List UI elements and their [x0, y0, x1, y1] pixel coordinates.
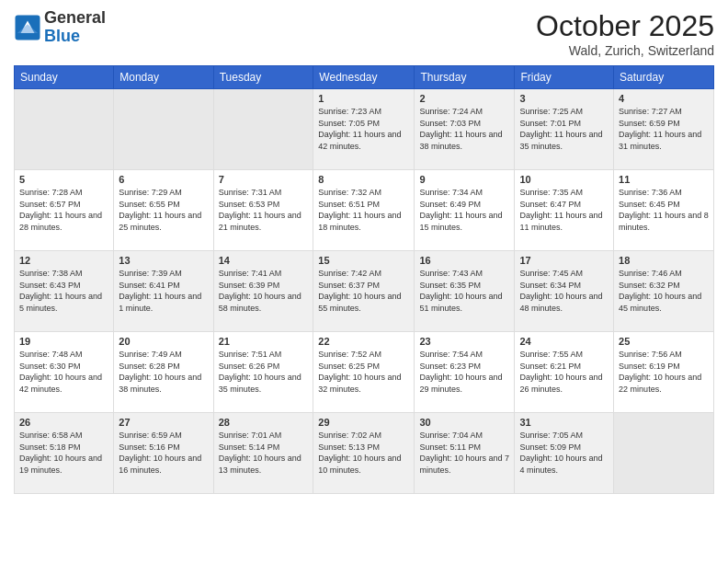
day-number: 20	[119, 336, 208, 347]
title-section: October 2025 Wald, Zurich, Switzerland	[536, 9, 714, 58]
calendar-cell: 31Sunrise: 7:05 AMSunset: 5:09 PMDayligh…	[515, 413, 614, 494]
day-number: 19	[19, 336, 108, 347]
day-info: Sunrise: 6:58 AMSunset: 5:18 PMDaylight:…	[19, 430, 108, 476]
calendar-cell: 19Sunrise: 7:48 AMSunset: 6:30 PMDayligh…	[15, 332, 114, 413]
day-number: 21	[219, 336, 309, 347]
day-info: Sunrise: 7:42 AMSunset: 6:37 PMDaylight:…	[318, 268, 409, 314]
location: Wald, Zurich, Switzerland	[536, 43, 714, 58]
day-number: 12	[19, 255, 108, 266]
day-info: Sunrise: 7:27 AMSunset: 6:59 PMDaylight:…	[619, 106, 709, 152]
calendar-cell: 9Sunrise: 7:34 AMSunset: 6:49 PMDaylight…	[415, 170, 515, 251]
day-info: Sunrise: 7:38 AMSunset: 6:43 PMDaylight:…	[19, 268, 108, 314]
calendar-cell	[213, 89, 313, 170]
day-number: 24	[519, 336, 609, 347]
calendar-cell: 10Sunrise: 7:35 AMSunset: 6:47 PMDayligh…	[515, 170, 614, 251]
col-tuesday: Tuesday	[213, 66, 313, 89]
calendar-cell: 23Sunrise: 7:54 AMSunset: 6:23 PMDayligh…	[415, 332, 515, 413]
day-number: 30	[419, 417, 509, 428]
day-info: Sunrise: 7:49 AMSunset: 6:28 PMDaylight:…	[119, 349, 208, 395]
day-number: 26	[19, 417, 108, 428]
day-number: 2	[419, 93, 509, 104]
calendar-cell: 6Sunrise: 7:29 AMSunset: 6:55 PMDaylight…	[114, 170, 213, 251]
calendar-cell: 18Sunrise: 7:46 AMSunset: 6:32 PMDayligh…	[614, 251, 714, 332]
col-friday: Friday	[515, 66, 614, 89]
calendar-cell: 7Sunrise: 7:31 AMSunset: 6:53 PMDaylight…	[213, 170, 313, 251]
day-info: Sunrise: 7:55 AMSunset: 6:21 PMDaylight:…	[519, 349, 609, 395]
day-number: 31	[519, 417, 609, 428]
day-number: 1	[318, 93, 409, 104]
logo-blue-text: Blue	[44, 27, 80, 45]
calendar-week-2: 5Sunrise: 7:28 AMSunset: 6:57 PMDaylight…	[15, 170, 714, 251]
calendar-week-3: 12Sunrise: 7:38 AMSunset: 6:43 PMDayligh…	[15, 251, 714, 332]
calendar-cell: 14Sunrise: 7:41 AMSunset: 6:39 PMDayligh…	[213, 251, 313, 332]
logo-general-text: General	[44, 8, 106, 27]
calendar-cell: 17Sunrise: 7:45 AMSunset: 6:34 PMDayligh…	[515, 251, 614, 332]
day-number: 17	[519, 255, 609, 266]
calendar-cell: 12Sunrise: 7:38 AMSunset: 6:43 PMDayligh…	[15, 251, 114, 332]
col-sunday: Sunday	[15, 66, 114, 89]
day-number: 29	[318, 417, 409, 428]
day-number: 25	[619, 336, 709, 347]
logo-icon	[14, 14, 41, 41]
day-info: Sunrise: 7:29 AMSunset: 6:55 PMDaylight:…	[119, 187, 208, 233]
calendar-cell: 30Sunrise: 7:04 AMSunset: 5:11 PMDayligh…	[415, 413, 515, 494]
day-info: Sunrise: 7:04 AMSunset: 5:11 PMDaylight:…	[419, 430, 509, 476]
calendar-header-row: Sunday Monday Tuesday Wednesday Thursday…	[15, 66, 714, 89]
day-info: Sunrise: 7:32 AMSunset: 6:51 PMDaylight:…	[318, 187, 409, 233]
day-number: 9	[419, 174, 509, 185]
col-monday: Monday	[114, 66, 213, 89]
day-number: 27	[119, 417, 208, 428]
calendar-cell: 26Sunrise: 6:58 AMSunset: 5:18 PMDayligh…	[15, 413, 114, 494]
day-info: Sunrise: 7:46 AMSunset: 6:32 PMDaylight:…	[619, 268, 709, 314]
calendar-cell: 2Sunrise: 7:24 AMSunset: 7:03 PMDaylight…	[415, 89, 515, 170]
calendar-cell: 8Sunrise: 7:32 AMSunset: 6:51 PMDaylight…	[313, 170, 415, 251]
day-info: Sunrise: 7:31 AMSunset: 6:53 PMDaylight:…	[219, 187, 309, 233]
month-title: October 2025	[536, 9, 714, 43]
calendar-cell: 15Sunrise: 7:42 AMSunset: 6:37 PMDayligh…	[313, 251, 415, 332]
day-info: Sunrise: 7:51 AMSunset: 6:26 PMDaylight:…	[219, 349, 309, 395]
page: General Blue October 2025 Wald, Zurich, …	[0, 0, 728, 563]
calendar-cell: 24Sunrise: 7:55 AMSunset: 6:21 PMDayligh…	[515, 332, 614, 413]
calendar-cell: 28Sunrise: 7:01 AMSunset: 5:14 PMDayligh…	[213, 413, 313, 494]
day-info: Sunrise: 7:41 AMSunset: 6:39 PMDaylight:…	[219, 268, 309, 314]
day-info: Sunrise: 7:56 AMSunset: 6:19 PMDaylight:…	[619, 349, 709, 395]
day-number: 4	[619, 93, 709, 104]
col-wednesday: Wednesday	[313, 66, 415, 89]
calendar-week-4: 19Sunrise: 7:48 AMSunset: 6:30 PMDayligh…	[15, 332, 714, 413]
header: General Blue October 2025 Wald, Zurich, …	[14, 9, 714, 58]
day-number: 11	[619, 174, 709, 185]
day-info: Sunrise: 7:35 AMSunset: 6:47 PMDaylight:…	[519, 187, 609, 233]
calendar-cell: 5Sunrise: 7:28 AMSunset: 6:57 PMDaylight…	[15, 170, 114, 251]
calendar-cell	[614, 413, 714, 494]
day-info: Sunrise: 7:24 AMSunset: 7:03 PMDaylight:…	[419, 106, 509, 152]
day-info: Sunrise: 7:25 AMSunset: 7:01 PMDaylight:…	[519, 106, 609, 152]
calendar-cell: 21Sunrise: 7:51 AMSunset: 6:26 PMDayligh…	[213, 332, 313, 413]
day-number: 13	[119, 255, 208, 266]
day-number: 18	[619, 255, 709, 266]
day-number: 23	[419, 336, 509, 347]
calendar-cell: 4Sunrise: 7:27 AMSunset: 6:59 PMDaylight…	[614, 89, 714, 170]
day-info: Sunrise: 7:23 AMSunset: 7:05 PMDaylight:…	[318, 106, 409, 152]
day-info: Sunrise: 7:05 AMSunset: 5:09 PMDaylight:…	[519, 430, 609, 476]
day-number: 16	[419, 255, 509, 266]
calendar-cell	[15, 89, 114, 170]
calendar-cell: 22Sunrise: 7:52 AMSunset: 6:25 PMDayligh…	[313, 332, 415, 413]
calendar-cell: 20Sunrise: 7:49 AMSunset: 6:28 PMDayligh…	[114, 332, 213, 413]
calendar-cell: 1Sunrise: 7:23 AMSunset: 7:05 PMDaylight…	[313, 89, 415, 170]
day-number: 14	[219, 255, 309, 266]
calendar-cell: 3Sunrise: 7:25 AMSunset: 7:01 PMDaylight…	[515, 89, 614, 170]
day-info: Sunrise: 7:43 AMSunset: 6:35 PMDaylight:…	[419, 268, 509, 314]
col-thursday: Thursday	[415, 66, 515, 89]
day-info: Sunrise: 7:36 AMSunset: 6:45 PMDaylight:…	[619, 187, 709, 233]
calendar-week-1: 1Sunrise: 7:23 AMSunset: 7:05 PMDaylight…	[15, 89, 714, 170]
day-info: Sunrise: 6:59 AMSunset: 5:16 PMDaylight:…	[119, 430, 208, 476]
day-info: Sunrise: 7:34 AMSunset: 6:49 PMDaylight:…	[419, 187, 509, 233]
calendar-cell: 29Sunrise: 7:02 AMSunset: 5:13 PMDayligh…	[313, 413, 415, 494]
day-info: Sunrise: 7:01 AMSunset: 5:14 PMDaylight:…	[219, 430, 309, 476]
day-number: 28	[219, 417, 309, 428]
calendar-cell	[114, 89, 213, 170]
day-number: 22	[318, 336, 409, 347]
calendar-cell: 11Sunrise: 7:36 AMSunset: 6:45 PMDayligh…	[614, 170, 714, 251]
col-saturday: Saturday	[614, 66, 714, 89]
day-info: Sunrise: 7:28 AMSunset: 6:57 PMDaylight:…	[19, 187, 108, 233]
